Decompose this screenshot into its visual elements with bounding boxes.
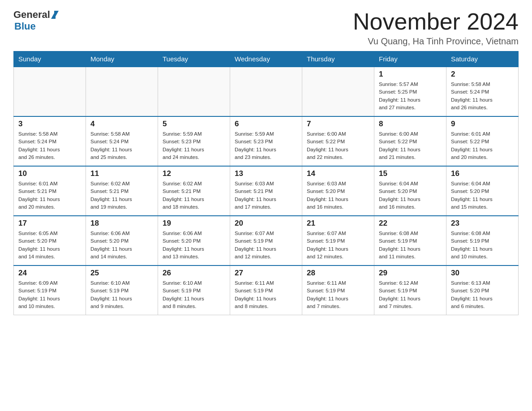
day-number: 26	[163, 269, 225, 278]
calendar-cell: 5Sunrise: 5:59 AMSunset: 5:23 PMDaylight…	[158, 116, 230, 166]
calendar-cell: 12Sunrise: 6:02 AMSunset: 5:21 PMDayligh…	[158, 166, 230, 216]
calendar-cell: 15Sunrise: 6:04 AMSunset: 5:20 PMDayligh…	[374, 166, 446, 216]
day-number: 5	[163, 120, 225, 128]
calendar-cell: 21Sunrise: 6:07 AMSunset: 5:19 PMDayligh…	[302, 216, 374, 265]
day-number: 22	[379, 219, 442, 228]
day-number: 21	[307, 219, 369, 228]
day-info: Sunrise: 6:03 AMSunset: 5:20 PMDaylight:…	[307, 180, 369, 211]
day-number: 8	[379, 120, 442, 128]
day-number: 18	[90, 219, 153, 228]
day-info: Sunrise: 6:13 AMSunset: 5:20 PMDaylight:…	[451, 279, 514, 310]
weekday-header-thursday: Thursday	[302, 51, 374, 67]
day-number: 23	[451, 219, 514, 228]
day-number: 13	[235, 169, 297, 178]
day-info: Sunrise: 6:09 AMSunset: 5:19 PMDaylight:…	[18, 279, 81, 310]
calendar-cell: 2Sunrise: 5:58 AMSunset: 5:24 PMDaylight…	[446, 67, 519, 116]
calendar-cell: 13Sunrise: 6:03 AMSunset: 5:21 PMDayligh…	[230, 166, 302, 216]
day-info: Sunrise: 5:59 AMSunset: 5:23 PMDaylight:…	[235, 130, 297, 161]
day-number: 3	[18, 120, 81, 128]
weekday-header-tuesday: Tuesday	[158, 51, 230, 67]
logo-triangle2-icon	[54, 11, 59, 19]
calendar-cell: 28Sunrise: 6:11 AMSunset: 5:19 PMDayligh…	[302, 265, 374, 315]
calendar-cell	[86, 67, 158, 116]
day-info: Sunrise: 5:58 AMSunset: 5:24 PMDaylight:…	[90, 130, 153, 161]
day-info: Sunrise: 5:58 AMSunset: 5:24 PMDaylight:…	[451, 81, 514, 111]
day-number: 15	[379, 169, 442, 178]
day-info: Sunrise: 6:00 AMSunset: 5:22 PMDaylight:…	[379, 130, 442, 161]
day-number: 24	[18, 269, 81, 278]
calendar-cell: 22Sunrise: 6:08 AMSunset: 5:19 PMDayligh…	[374, 216, 446, 265]
day-number: 29	[379, 269, 442, 278]
weekday-header-row: SundayMondayTuesdayWednesdayThursdayFrid…	[14, 51, 519, 67]
logo-blue-text: Blue	[14, 21, 36, 32]
calendar-cell	[14, 67, 86, 116]
calendar-cell: 27Sunrise: 6:11 AMSunset: 5:19 PMDayligh…	[230, 265, 302, 315]
day-number: 6	[235, 120, 297, 128]
calendar-cell: 25Sunrise: 6:10 AMSunset: 5:19 PMDayligh…	[86, 265, 158, 315]
week-row-1: 1Sunrise: 5:57 AMSunset: 5:25 PMDaylight…	[14, 67, 519, 116]
location-text: Vu Quang, Ha Tinh Province, Vietnam	[353, 36, 519, 47]
day-number: 27	[235, 269, 297, 278]
day-info: Sunrise: 6:10 AMSunset: 5:19 PMDaylight:…	[163, 279, 225, 310]
calendar-cell: 19Sunrise: 6:06 AMSunset: 5:20 PMDayligh…	[158, 216, 230, 265]
day-number: 20	[235, 219, 297, 228]
logo: General Blue	[13, 9, 59, 32]
day-info: Sunrise: 6:04 AMSunset: 5:20 PMDaylight:…	[379, 180, 442, 211]
calendar-cell: 20Sunrise: 6:07 AMSunset: 5:19 PMDayligh…	[230, 216, 302, 265]
day-info: Sunrise: 6:08 AMSunset: 5:19 PMDaylight:…	[451, 230, 514, 261]
day-info: Sunrise: 6:01 AMSunset: 5:22 PMDaylight:…	[451, 130, 514, 161]
weekday-header-friday: Friday	[374, 51, 446, 67]
day-info: Sunrise: 5:57 AMSunset: 5:25 PMDaylight:…	[379, 81, 442, 111]
day-info: Sunrise: 6:00 AMSunset: 5:22 PMDaylight:…	[307, 130, 369, 161]
calendar-cell: 23Sunrise: 6:08 AMSunset: 5:19 PMDayligh…	[446, 216, 519, 265]
calendar-cell: 17Sunrise: 6:05 AMSunset: 5:20 PMDayligh…	[14, 216, 86, 265]
day-number: 10	[18, 169, 81, 178]
calendar-cell: 18Sunrise: 6:06 AMSunset: 5:20 PMDayligh…	[86, 216, 158, 265]
title-block: November 2024 Vu Quang, Ha Tinh Province…	[353, 9, 519, 47]
day-info: Sunrise: 6:10 AMSunset: 5:19 PMDaylight:…	[90, 279, 153, 310]
day-number: 28	[307, 269, 369, 278]
day-number: 14	[307, 169, 369, 178]
day-info: Sunrise: 6:02 AMSunset: 5:21 PMDaylight:…	[90, 180, 153, 211]
week-row-2: 3Sunrise: 5:58 AMSunset: 5:24 PMDaylight…	[14, 116, 519, 166]
calendar-cell: 29Sunrise: 6:12 AMSunset: 5:19 PMDayligh…	[374, 265, 446, 315]
calendar-cell: 10Sunrise: 6:01 AMSunset: 5:21 PMDayligh…	[14, 166, 86, 216]
calendar-cell: 11Sunrise: 6:02 AMSunset: 5:21 PMDayligh…	[86, 166, 158, 216]
calendar-cell: 7Sunrise: 6:00 AMSunset: 5:22 PMDaylight…	[302, 116, 374, 166]
day-info: Sunrise: 6:08 AMSunset: 5:19 PMDaylight:…	[379, 230, 442, 261]
day-info: Sunrise: 6:04 AMSunset: 5:20 PMDaylight:…	[451, 180, 514, 211]
day-info: Sunrise: 6:07 AMSunset: 5:19 PMDaylight:…	[307, 230, 369, 261]
day-info: Sunrise: 6:06 AMSunset: 5:20 PMDaylight:…	[163, 230, 225, 261]
day-number: 2	[451, 70, 514, 79]
day-info: Sunrise: 6:05 AMSunset: 5:20 PMDaylight:…	[18, 230, 81, 261]
day-info: Sunrise: 6:01 AMSunset: 5:21 PMDaylight:…	[18, 180, 81, 211]
day-number: 4	[90, 120, 153, 128]
day-info: Sunrise: 6:06 AMSunset: 5:20 PMDaylight:…	[90, 230, 153, 261]
day-info: Sunrise: 6:11 AMSunset: 5:19 PMDaylight:…	[235, 279, 297, 310]
day-info: Sunrise: 6:02 AMSunset: 5:21 PMDaylight:…	[163, 180, 225, 211]
day-number: 7	[307, 120, 369, 128]
day-number: 25	[90, 269, 153, 278]
weekday-header-saturday: Saturday	[446, 51, 519, 67]
day-info: Sunrise: 5:58 AMSunset: 5:24 PMDaylight:…	[18, 130, 81, 161]
calendar-cell: 24Sunrise: 6:09 AMSunset: 5:19 PMDayligh…	[14, 265, 86, 315]
logo-general-text: General	[13, 9, 50, 21]
calendar-cell: 14Sunrise: 6:03 AMSunset: 5:20 PMDayligh…	[302, 166, 374, 216]
week-row-4: 17Sunrise: 6:05 AMSunset: 5:20 PMDayligh…	[14, 216, 519, 265]
day-number: 19	[163, 219, 225, 228]
day-number: 9	[451, 120, 514, 128]
weekday-header-wednesday: Wednesday	[230, 51, 302, 67]
calendar-cell: 6Sunrise: 5:59 AMSunset: 5:23 PMDaylight…	[230, 116, 302, 166]
calendar-cell: 3Sunrise: 5:58 AMSunset: 5:24 PMDaylight…	[14, 116, 86, 166]
calendar-cell: 1Sunrise: 5:57 AMSunset: 5:25 PMDaylight…	[374, 67, 446, 116]
calendar-cell: 30Sunrise: 6:13 AMSunset: 5:20 PMDayligh…	[446, 265, 519, 315]
calendar-cell	[158, 67, 230, 116]
calendar-cell: 4Sunrise: 5:58 AMSunset: 5:24 PMDaylight…	[86, 116, 158, 166]
week-row-3: 10Sunrise: 6:01 AMSunset: 5:21 PMDayligh…	[14, 166, 519, 216]
day-info: Sunrise: 5:59 AMSunset: 5:23 PMDaylight:…	[163, 130, 225, 161]
day-info: Sunrise: 6:07 AMSunset: 5:19 PMDaylight:…	[235, 230, 297, 261]
page-header: General Blue November 2024 Vu Quang, Ha …	[13, 9, 519, 47]
weekday-header-monday: Monday	[86, 51, 158, 67]
day-number: 11	[90, 169, 153, 178]
day-info: Sunrise: 6:11 AMSunset: 5:19 PMDaylight:…	[307, 279, 369, 310]
